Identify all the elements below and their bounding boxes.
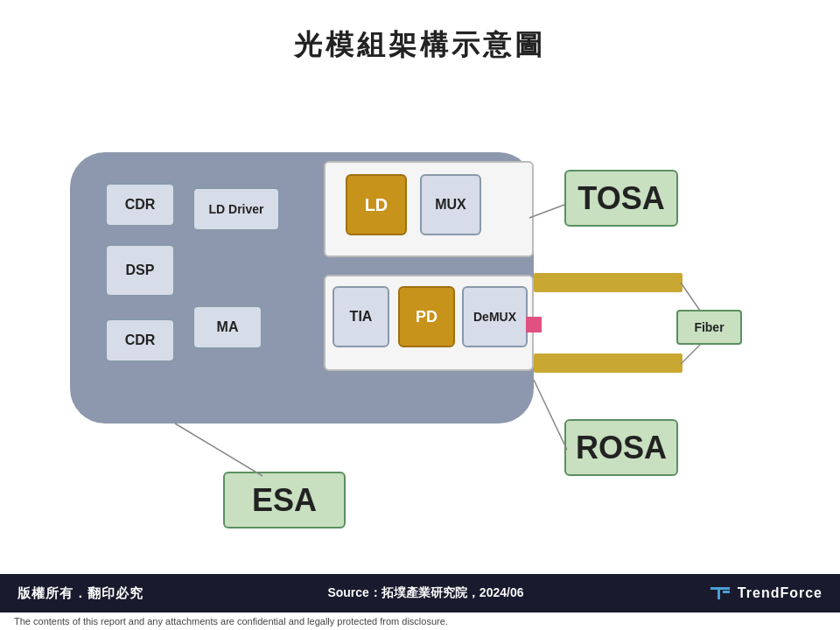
dsp-box: DSP bbox=[105, 244, 175, 297]
copyright-text: 版權所有．翻印必究 bbox=[18, 585, 144, 602]
fiber-bar-bottom bbox=[534, 354, 682, 373]
cdr-bot-box: CDR bbox=[105, 318, 175, 362]
ld-driver-box: LD Driver bbox=[192, 187, 280, 231]
rosa-label: ROSA bbox=[564, 419, 678, 476]
pd-box: PD bbox=[398, 286, 455, 347]
footer-bar: 版權所有．翻印必究 Source：拓墣產業研究院，2024/06 TrendFo… bbox=[0, 574, 840, 612]
cdr-top-box: CDR bbox=[105, 183, 175, 227]
demux-box: DeMUX bbox=[462, 286, 528, 347]
trendforce-logo-icon bbox=[708, 584, 732, 603]
svg-rect-7 bbox=[718, 587, 720, 599]
disclaimer-text: The contents of this report and any atta… bbox=[0, 612, 840, 630]
source-text: Source：拓墣產業研究院，2024/06 bbox=[327, 585, 523, 601]
ma-box: MA bbox=[192, 305, 262, 349]
svg-rect-8 bbox=[723, 591, 730, 593]
tosa-label: TOSA bbox=[564, 170, 678, 227]
svg-line-3 bbox=[681, 283, 700, 311]
diagram-area: 拓墣產業研究院 CDR DSP CDR LD Driver MA LD MUX … bbox=[0, 74, 840, 564]
pink-indicator bbox=[526, 317, 542, 332]
trendforce-name: TrendForce bbox=[738, 585, 822, 601]
source-label: Source bbox=[327, 585, 368, 599]
svg-line-4 bbox=[681, 345, 700, 364]
svg-line-2 bbox=[534, 380, 567, 450]
fiber-label: Fiber bbox=[676, 310, 742, 345]
trendforce-logo: TrendForce bbox=[708, 584, 822, 603]
tia-box: TIA bbox=[332, 286, 389, 347]
fiber-bar-top bbox=[534, 273, 682, 292]
page-title: 光模組架構示意圖 bbox=[0, 0, 840, 65]
esa-label: ESA bbox=[223, 472, 346, 528]
ld-box: LD bbox=[346, 174, 407, 235]
svg-line-0 bbox=[175, 424, 262, 476]
mux-box: MUX bbox=[420, 174, 481, 235]
svg-line-1 bbox=[529, 205, 564, 218]
source-detail: ：拓墣產業研究院，2024/06 bbox=[369, 585, 524, 599]
footer: 版權所有．翻印必究 Source：拓墣產業研究院，2024/06 TrendFo… bbox=[0, 574, 840, 630]
